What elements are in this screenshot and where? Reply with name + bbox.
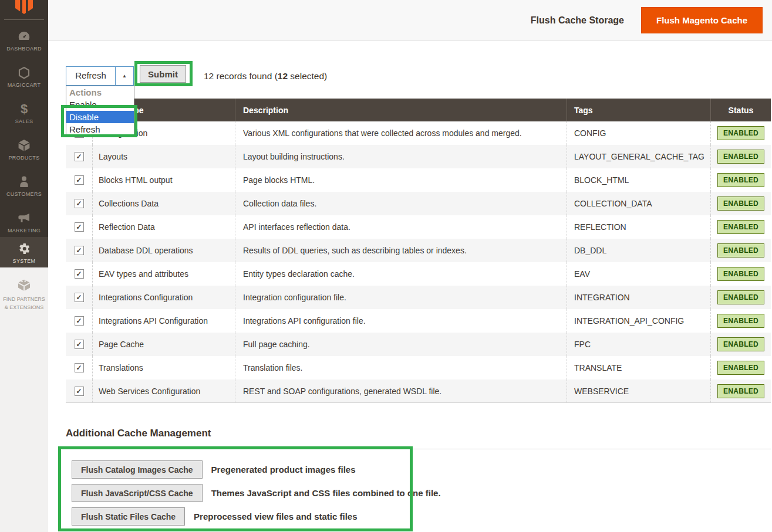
description-cell: Integrations API configuration file. bbox=[235, 309, 567, 333]
status-badge: ENABLED bbox=[717, 314, 764, 328]
tags-cell: WEBSERVICE bbox=[567, 379, 710, 402]
column-header-description[interactable]: Description bbox=[235, 99, 567, 121]
magento-logo[interactable] bbox=[0, 0, 48, 18]
status-badge: ENABLED bbox=[717, 126, 764, 140]
row-checkbox-cell: ✓ bbox=[66, 239, 92, 262]
tags-cell: BLOCK_HTML bbox=[567, 168, 710, 192]
additional-cache-title: Additional Cache Management bbox=[66, 428, 211, 439]
sidebar-item-marketing[interactable]: MARKETING bbox=[0, 211, 48, 233]
row-checkbox-cell: ✓ bbox=[66, 356, 92, 379]
cache-type-cell: Collections Data bbox=[92, 192, 235, 215]
magento-logo-icon bbox=[14, 0, 35, 15]
status-cell: ENABLED bbox=[710, 215, 771, 239]
dropdown-option-disable[interactable]: Disable bbox=[66, 111, 134, 123]
table-row: ✓Integrations API ConfigurationIntegrati… bbox=[66, 309, 771, 333]
column-header-tags[interactable]: Tags bbox=[567, 99, 710, 121]
row-checkbox[interactable]: ✓ bbox=[75, 175, 84, 185]
flush-button-1[interactable]: Flush JavaScript/CSS Cache bbox=[72, 484, 203, 502]
section-divider bbox=[66, 449, 771, 449]
table-row: ✓LayoutsLayout building instructions.LAY… bbox=[66, 145, 771, 168]
mass-action-select[interactable]: Refresh ▲ bbox=[66, 66, 134, 86]
description-cell: Collection data files. bbox=[235, 192, 567, 215]
row-checkbox[interactable]: ✓ bbox=[75, 269, 84, 279]
status-cell: ENABLED bbox=[710, 333, 771, 356]
row-checkbox[interactable]: ✓ bbox=[75, 199, 84, 208]
page-header: Flush Cache Storage Flush Magento Cache bbox=[48, 0, 772, 41]
tags-cell: REFLECTION bbox=[567, 215, 710, 239]
description-cell: Page blocks HTML. bbox=[235, 168, 567, 192]
status-badge: ENABLED bbox=[717, 290, 764, 304]
marketing-icon bbox=[0, 211, 48, 226]
tags-cell: FPC bbox=[567, 333, 710, 356]
submit-button[interactable]: Submit bbox=[140, 65, 186, 83]
table-row: ✓Reflection DataAPI interfaces reflectio… bbox=[66, 215, 771, 239]
sidebar: DASHBOARD MAGICCART $ SALES PRODUCTS CUS… bbox=[0, 0, 48, 267]
sidebar-item-label-line2: & EXTENSIONS bbox=[0, 304, 48, 311]
sidebar-item-sales[interactable]: $ SALES bbox=[0, 102, 48, 124]
row-checkbox[interactable]: ✓ bbox=[75, 316, 84, 326]
table-row: ✓Database DDL operationsResults of DDL q… bbox=[66, 239, 771, 262]
sales-icon: $ bbox=[0, 102, 48, 117]
tags-cell: DB_DDL bbox=[567, 239, 710, 262]
cache-type-cell: EAV types and attributes bbox=[92, 262, 235, 286]
table-row: ✓EAV types and attributesEntity types de… bbox=[66, 262, 771, 286]
description-cell: Layout building instructions. bbox=[235, 145, 567, 168]
sidebar-item-products[interactable]: PRODUCTS bbox=[0, 138, 48, 161]
status-cell: ENABLED bbox=[710, 145, 771, 168]
magiccart-icon bbox=[0, 66, 48, 81]
customers-icon bbox=[0, 175, 48, 190]
row-checkbox[interactable]: ✓ bbox=[75, 340, 84, 349]
cache-management-page: DASHBOARD MAGICCART $ SALES PRODUCTS CUS… bbox=[0, 0, 772, 532]
dropdown-option-enable[interactable]: Enable bbox=[66, 99, 134, 111]
mass-action-selected-value: Refresh bbox=[66, 67, 115, 85]
description-cell: Entity types declaration cache. bbox=[235, 262, 567, 286]
sidebar-item-find-partners[interactable]: FIND PARTNERS & EXTENSIONS bbox=[0, 277, 48, 311]
cache-type-cell: Reflection Data bbox=[92, 215, 235, 239]
row-checkbox[interactable]: ✓ bbox=[75, 246, 84, 255]
tags-cell: INTEGRATION_API_CONFIG bbox=[567, 309, 710, 333]
sidebar-item-label: PRODUCTS bbox=[0, 155, 48, 161]
status-badge: ENABLED bbox=[717, 173, 764, 187]
flush-button-2[interactable]: Flush Static Files Cache bbox=[72, 507, 185, 526]
tags-cell: CONFIG bbox=[567, 121, 710, 145]
row-checkbox[interactable]: ✓ bbox=[75, 387, 84, 396]
flush-magento-cache-button[interactable]: Flush Magento Cache bbox=[641, 7, 763, 33]
select-arrow-up-icon[interactable]: ▲ bbox=[115, 67, 133, 85]
cache-type-cell: Database DDL operations bbox=[92, 239, 235, 262]
status-badge: ENABLED bbox=[717, 267, 764, 281]
cache-type-cell: Blocks HTML output bbox=[92, 168, 235, 192]
tags-cell: EAV bbox=[567, 262, 710, 286]
flush-button-0[interactable]: Flush Catalog Images Cache bbox=[72, 460, 203, 479]
row-checkbox[interactable]: ✓ bbox=[75, 222, 84, 232]
row-checkbox[interactable]: ✓ bbox=[75, 363, 84, 372]
tags-cell: LAYOUT_GENERAL_CACHE_TAG bbox=[567, 145, 710, 168]
sidebar-item-dashboard[interactable]: DASHBOARD bbox=[0, 29, 48, 52]
status-cell: ENABLED bbox=[710, 192, 771, 215]
row-checkbox-cell: ✓ bbox=[66, 333, 92, 356]
tags-cell: INTEGRATION bbox=[567, 286, 710, 309]
sidebar-divider bbox=[4, 19, 44, 20]
flush-button-description: Preprocessed view files and static files bbox=[194, 511, 357, 521]
sidebar-footer: FIND PARTNERS & EXTENSIONS bbox=[0, 267, 48, 532]
cache-type-cell: Layouts bbox=[92, 145, 235, 168]
cache-table: Cache Type Description Tags Status ✓Conf… bbox=[66, 99, 771, 403]
dropdown-option-refresh[interactable]: Refresh bbox=[66, 123, 134, 135]
status-badge: ENABLED bbox=[717, 196, 764, 211]
sidebar-item-system[interactable]: SYSTEM bbox=[0, 237, 48, 267]
table-header-row: Cache Type Description Tags Status bbox=[66, 99, 771, 121]
sidebar-item-customers[interactable]: CUSTOMERS bbox=[0, 175, 48, 197]
sidebar-item-magiccart[interactable]: MAGICCART bbox=[0, 66, 48, 88]
table-row: ✓Integrations ConfigurationIntegration c… bbox=[66, 286, 771, 309]
flush-cache-storage-button[interactable]: Flush Cache Storage bbox=[531, 15, 624, 26]
extensions-brick-icon bbox=[0, 277, 48, 294]
sidebar-item-label: DASHBOARD bbox=[0, 46, 48, 52]
row-checkbox-cell: ✓ bbox=[66, 309, 92, 333]
dashboard-icon bbox=[0, 29, 48, 45]
flush-button-description: Pregenerated product images files bbox=[211, 465, 356, 475]
row-checkbox[interactable]: ✓ bbox=[75, 293, 84, 302]
column-header-status[interactable]: Status bbox=[710, 99, 771, 121]
table-row: ✓Web Services ConfigurationREST and SOAP… bbox=[66, 379, 771, 403]
cache-type-cell: Integrations Configuration bbox=[92, 286, 235, 309]
tags-cell: TRANSLATE bbox=[567, 356, 710, 379]
row-checkbox[interactable]: ✓ bbox=[75, 152, 84, 161]
